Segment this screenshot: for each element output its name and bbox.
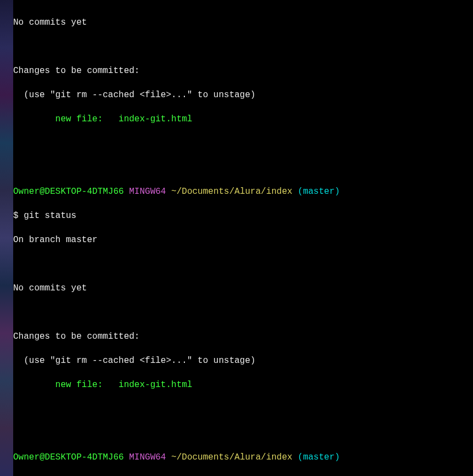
blank-line xyxy=(13,161,473,173)
prompt-path: ~/Documents/Alura/index xyxy=(171,452,292,462)
prompt-branch: (master) xyxy=(298,187,340,197)
changes-header: Changes to be committed: xyxy=(13,331,473,343)
terminal-output[interactable]: No commits yet Changes to be committed: … xyxy=(13,4,473,476)
unstage-hint: (use "git rm --cached <file>..." to unst… xyxy=(13,89,473,101)
changes-header: Changes to be committed: xyxy=(13,65,473,77)
prompt-user: Owner@DESKTOP-4DTMJ66 xyxy=(13,187,124,197)
prompt-path: ~/Documents/Alura/index xyxy=(171,187,292,197)
on-branch-text: On branch master xyxy=(13,234,473,246)
blank-line xyxy=(13,403,473,415)
blank-line xyxy=(13,137,473,149)
prompt-mingw: MINGW64 xyxy=(129,187,166,197)
command-line: $ git status xyxy=(13,210,473,222)
prompt-user: Owner@DESKTOP-4DTMJ66 xyxy=(13,452,124,462)
prompt-line: Owner@DESKTOP-4DTMJ66 MINGW64 ~/Document… xyxy=(13,186,473,198)
blank-line xyxy=(13,41,473,53)
new-file-line: new file: index-git.html xyxy=(13,113,473,125)
desktop-edge-strip xyxy=(0,0,13,476)
blank-line xyxy=(13,306,473,318)
blank-line xyxy=(13,258,473,270)
prompt-line: Owner@DESKTOP-4DTMJ66 MINGW64 ~/Document… xyxy=(13,451,473,463)
unstage-hint: (use "git rm --cached <file>..." to unst… xyxy=(13,355,473,367)
prompt-mingw: MINGW64 xyxy=(129,452,166,462)
new-file-line: new file: index-git.html xyxy=(13,379,473,391)
no-commits-text: No commits yet xyxy=(13,16,473,29)
no-commits-text: No commits yet xyxy=(13,282,473,294)
prompt-branch: (master) xyxy=(298,452,340,462)
blank-line xyxy=(13,427,473,439)
